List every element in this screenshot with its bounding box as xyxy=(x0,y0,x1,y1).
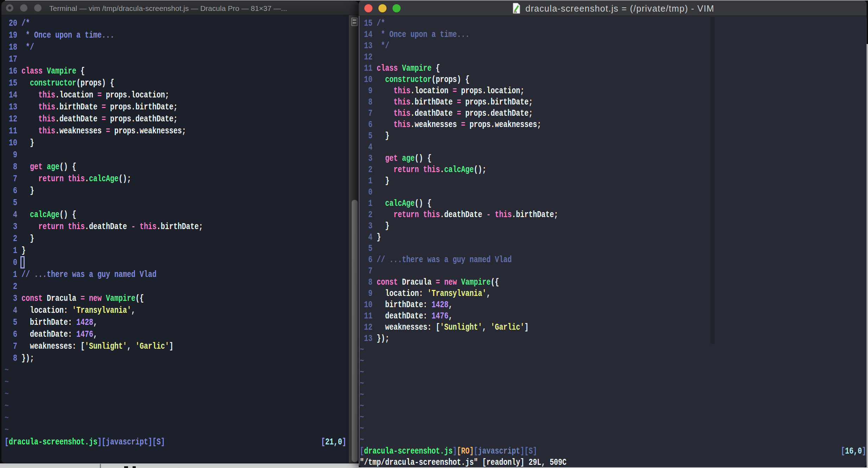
svg-text:JS: JS xyxy=(513,11,517,14)
